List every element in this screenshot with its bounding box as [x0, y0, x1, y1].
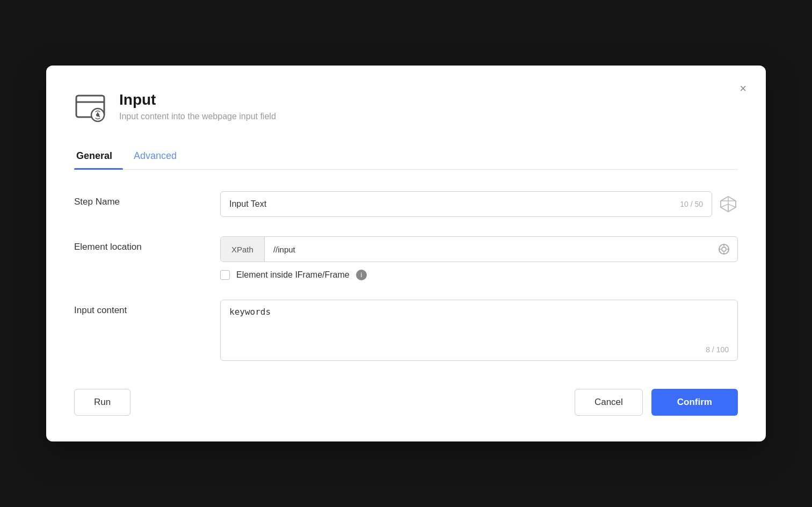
dialog-subtitle: Input content into the webpage input fie…	[119, 112, 276, 121]
tab-advanced[interactable]: Advanced	[123, 145, 187, 169]
input-content-wrapper: keywords 8 / 100	[220, 300, 738, 361]
dialog-header: Input Input content into the webpage inp…	[74, 91, 738, 126]
target-icon[interactable]	[711, 237, 737, 262]
input-content-textarea[interactable]: keywords	[229, 307, 729, 339]
step-name-field: 10 / 50	[220, 191, 712, 217]
xpath-selector[interactable]: XPath	[221, 237, 265, 262]
run-button[interactable]: Run	[74, 389, 130, 416]
dialog-title: Input	[119, 91, 276, 108]
svg-point-5	[722, 247, 726, 251]
element-location-label: Element location	[74, 236, 203, 252]
element-location-control: XPath	[220, 236, 738, 280]
dialog-title-block: Input Input content into the webpage inp…	[119, 91, 276, 121]
input-content-label: Input content	[74, 300, 203, 316]
form-body: Step Name 10 / 50	[74, 191, 738, 361]
svg-point-3	[96, 113, 99, 117]
dialog: × Input Input content into the webpage i…	[46, 66, 766, 441]
element-location-inputs: XPath	[220, 236, 738, 262]
confirm-button[interactable]: Confirm	[651, 389, 738, 416]
cube-icon	[719, 194, 738, 214]
close-button[interactable]: ×	[737, 81, 749, 97]
step-name-label: Step Name	[74, 191, 203, 207]
step-name-char-count: 10 / 50	[680, 200, 703, 208]
info-icon[interactable]: i	[356, 270, 367, 280]
dialog-icon	[74, 91, 108, 126]
step-name-control: 10 / 50	[220, 191, 738, 217]
step-name-input[interactable]	[229, 199, 680, 209]
input-content-control: keywords 8 / 100	[220, 300, 738, 361]
step-name-input-wrapper: 10 / 50	[220, 191, 738, 217]
tabs: General Advanced	[74, 145, 738, 170]
dialog-footer: Run Cancel Confirm	[74, 389, 738, 416]
element-location-row: Element location XPath	[74, 236, 738, 280]
right-buttons: Cancel Confirm	[575, 389, 738, 416]
dialog-overlay: × Input Input content into the webpage i…	[0, 0, 812, 507]
input-content-row: Input content keywords 8 / 100	[74, 300, 738, 361]
cancel-button[interactable]: Cancel	[575, 389, 643, 416]
iframe-checkbox[interactable]	[220, 270, 230, 280]
tab-general[interactable]: General	[74, 145, 123, 169]
step-name-row: Step Name 10 / 50	[74, 191, 738, 217]
iframe-label: Element inside IFrame/Frame	[236, 270, 350, 280]
iframe-checkbox-row: Element inside IFrame/Frame i	[220, 270, 738, 280]
xpath-input[interactable]	[265, 237, 711, 262]
input-content-char-count: 8 / 100	[229, 345, 729, 354]
